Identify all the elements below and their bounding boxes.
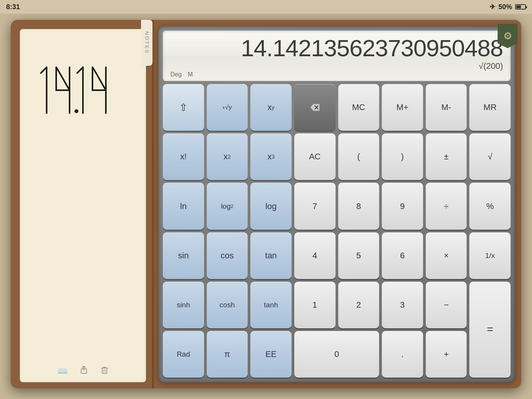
0-button[interactable]: 0 xyxy=(294,331,379,378)
equals-button[interactable]: = xyxy=(469,282,511,378)
battery-icon xyxy=(515,4,526,10)
dot-button[interactable]: . xyxy=(382,331,423,378)
rad-button[interactable]: Rad xyxy=(163,331,204,378)
sqrt-button[interactable]: √ xyxy=(469,133,511,180)
pi-button[interactable]: π xyxy=(207,331,248,378)
recip-button[interactable]: 1/x xyxy=(469,232,511,279)
ee-button[interactable]: EE xyxy=(250,331,292,378)
cos-button[interactable]: cos xyxy=(207,232,248,279)
notebook: NOTES xyxy=(11,20,521,388)
time: 8:31 xyxy=(6,3,20,11)
6-button[interactable]: 6 xyxy=(382,232,423,279)
calc-panel: 14.142135623730950488 √(200) Deg M ⇧ x√y… xyxy=(155,20,521,388)
notes-panel: NOTES xyxy=(11,20,152,388)
backspace-button[interactable] xyxy=(294,84,336,131)
tan-button[interactable]: tan xyxy=(250,232,292,279)
rparen-button[interactable]: ) xyxy=(382,133,423,180)
deg-label: Deg xyxy=(170,71,182,78)
display-main: 14.142135623730950488 xyxy=(170,35,503,61)
9-button[interactable]: 9 xyxy=(382,183,423,229)
xrooty-button[interactable]: x√y xyxy=(207,84,248,131)
sinh-button[interactable]: sinh xyxy=(163,282,204,328)
display: 14.142135623730950488 √(200) Deg M xyxy=(163,31,511,81)
trash-icon[interactable] xyxy=(101,366,109,376)
factorial-button[interactable]: x! xyxy=(163,133,204,180)
share-icon[interactable] xyxy=(80,366,88,376)
display-status: Deg M xyxy=(170,71,503,78)
battery-label: 50% xyxy=(498,3,512,11)
notes-page[interactable]: ⌨️ xyxy=(20,29,146,382)
7-button[interactable]: 7 xyxy=(294,183,336,229)
percent-button[interactable]: % xyxy=(469,183,511,229)
divider xyxy=(152,20,155,388)
log-button[interactable]: log xyxy=(250,183,292,229)
3-button[interactable]: 3 xyxy=(382,282,423,328)
xsq-button[interactable]: x2 xyxy=(207,133,248,180)
keyboard-icon[interactable]: ⌨️ xyxy=(57,366,68,376)
1-button[interactable]: 1 xyxy=(294,282,336,328)
mr-button[interactable]: MR xyxy=(469,84,511,131)
notes-tab-label: NOTES xyxy=(144,31,150,54)
mul-button[interactable]: × xyxy=(426,232,467,279)
memory-label: M xyxy=(188,71,193,78)
svg-rect-2 xyxy=(102,368,107,373)
log2-button[interactable]: log2 xyxy=(207,183,248,229)
shift-button[interactable]: ⇧ xyxy=(163,84,204,131)
gear-icon: ⚙ xyxy=(503,30,512,42)
notes-toolbar: ⌨️ xyxy=(57,366,109,376)
4-button[interactable]: 4 xyxy=(294,232,336,279)
xpowy-button[interactable]: xy xyxy=(250,84,292,131)
notes-content xyxy=(35,52,131,130)
plus-button[interactable]: + xyxy=(426,331,467,378)
8-button[interactable]: 8 xyxy=(338,183,380,229)
div-button[interactable]: ÷ xyxy=(426,183,467,229)
5-button[interactable]: 5 xyxy=(338,232,380,279)
2-button[interactable]: 2 xyxy=(338,282,380,328)
status-bar: 8:31 ✈ 50% xyxy=(0,0,532,14)
settings-badge[interactable]: ⚙ xyxy=(498,24,517,48)
xcube-button[interactable]: x3 xyxy=(250,133,292,180)
sin-button[interactable]: sin xyxy=(163,232,204,279)
tanh-button[interactable]: tanh xyxy=(250,282,292,328)
mminus-button[interactable]: M- xyxy=(426,84,467,131)
ac-button[interactable]: AC xyxy=(294,133,336,180)
mplus-button[interactable]: M+ xyxy=(382,84,423,131)
handwritten-note xyxy=(35,52,119,128)
mc-button[interactable]: MC xyxy=(338,84,380,131)
notes-tab[interactable]: NOTES xyxy=(141,20,152,66)
lparen-button[interactable]: ( xyxy=(338,133,380,180)
plusminus-button[interactable]: ± xyxy=(426,133,467,180)
calculator: 14.142135623730950488 √(200) Deg M ⇧ x√y… xyxy=(158,26,515,382)
airplane-icon: ✈ xyxy=(490,3,495,11)
display-sub: √(200) xyxy=(170,61,503,71)
ln-button[interactable]: ln xyxy=(163,183,204,229)
svg-point-0 xyxy=(75,109,78,113)
btn-grid: ⇧ x√y xy MC M+ M- MR x! x2 x3 AC ( xyxy=(163,84,511,378)
status-right: ✈ 50% xyxy=(490,3,526,11)
cosh-button[interactable]: cosh xyxy=(207,282,248,328)
minus-button[interactable]: − xyxy=(426,282,467,328)
